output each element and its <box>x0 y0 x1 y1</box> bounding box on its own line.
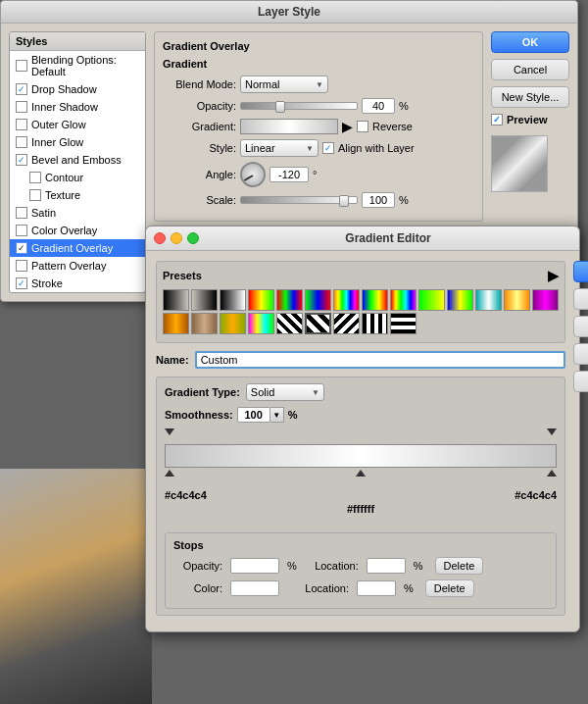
gradient-preview[interactable] <box>240 119 338 134</box>
pattern-overlay-checkbox[interactable] <box>16 260 27 272</box>
close-button[interactable] <box>154 232 166 244</box>
preset-14[interactable] <box>532 289 559 311</box>
sidebar-item-bevel-emboss[interactable]: Bevel and Emboss <box>10 151 145 169</box>
preset-16[interactable] <box>191 313 218 334</box>
preset-13[interactable] <box>504 289 530 311</box>
blending-checkbox[interactable] <box>16 60 27 72</box>
satin-checkbox[interactable] <box>16 207 27 219</box>
preset-2[interactable] <box>191 289 218 311</box>
gradient-overlay-checkbox[interactable] <box>16 242 27 254</box>
opacity-unit: % <box>399 100 409 112</box>
preset-18[interactable] <box>248 313 274 334</box>
preview-checkbox[interactable] <box>491 114 503 126</box>
sidebar-item-satin[interactable]: Satin <box>10 204 145 222</box>
sidebar-item-inner-glow[interactable]: Inner Glow <box>10 133 145 151</box>
sidebar-item-color-overlay[interactable]: Color Overlay <box>10 222 145 239</box>
preset-10[interactable] <box>418 289 445 311</box>
ge-load-button[interactable]: Load... <box>573 316 588 337</box>
drop-shadow-checkbox[interactable] <box>16 83 27 95</box>
angle-label: Angle: <box>163 169 236 180</box>
new-style-button[interactable]: New Style... <box>491 86 569 108</box>
ge-cancel-button[interactable]: Cancel <box>573 288 588 310</box>
gradient-expand-icon[interactable]: ▶ <box>342 119 353 134</box>
name-input[interactable] <box>195 351 565 369</box>
preset-22[interactable] <box>362 313 388 334</box>
color-stop-right[interactable] <box>547 470 557 477</box>
opacity-slider-track[interactable] <box>240 102 358 110</box>
ge-save-button[interactable]: Save... <box>573 343 588 365</box>
preset-4[interactable] <box>248 289 274 311</box>
stop-label-center: #ffffff <box>347 503 374 515</box>
sidebar-item-stroke[interactable]: Stroke <box>10 275 145 292</box>
color-location-input[interactable] <box>357 580 396 596</box>
opacity-input[interactable] <box>362 98 395 114</box>
sidebar-item-pattern-overlay[interactable]: Pattern Overlay <box>10 257 145 275</box>
opacity-stop-left[interactable] <box>165 428 174 440</box>
inner-glow-checkbox[interactable] <box>16 136 27 148</box>
sidebar-item-contour[interactable]: Contour <box>10 169 145 186</box>
preset-6[interactable] <box>305 289 331 311</box>
style-select[interactable]: Linear ▼ <box>240 139 318 157</box>
gradient-type-select[interactable]: Solid ▼ <box>246 383 324 401</box>
opacity-delete-button[interactable]: Delete <box>435 557 484 575</box>
preset-15[interactable] <box>163 313 189 334</box>
preset-20-selected[interactable] <box>305 313 331 334</box>
opacity-stop-row: Opacity: % Location: % Delete <box>173 557 548 575</box>
sidebar-item-outer-glow[interactable]: Outer Glow <box>10 116 145 133</box>
background-image <box>0 469 152 704</box>
preset-17[interactable] <box>220 313 246 334</box>
color-delete-button[interactable]: Delete <box>425 579 474 597</box>
presets-expand-icon[interactable]: ▶ <box>548 268 559 283</box>
align-layer-checkbox[interactable] <box>322 142 334 154</box>
angle-dial[interactable] <box>240 162 266 187</box>
scale-slider-thumb[interactable] <box>339 195 349 207</box>
preset-1[interactable] <box>163 289 189 311</box>
style-arrow: ▼ <box>306 144 314 153</box>
opacity-location-input[interactable] <box>367 558 406 574</box>
sidebar-item-inner-shadow[interactable]: Inner Shadow <box>10 98 145 116</box>
texture-checkbox[interactable] <box>29 189 41 201</box>
inner-shadow-checkbox[interactable] <box>16 101 27 113</box>
bevel-emboss-checkbox[interactable] <box>16 154 27 166</box>
outer-glow-checkbox[interactable] <box>16 119 27 130</box>
preset-9[interactable] <box>390 289 416 311</box>
scale-slider-track[interactable] <box>240 196 358 204</box>
preset-7[interactable] <box>333 289 360 311</box>
color-stop-center[interactable] <box>356 470 366 477</box>
ok-button[interactable]: OK <box>491 31 569 53</box>
preset-5[interactable] <box>276 289 303 311</box>
preset-12[interactable] <box>475 289 502 311</box>
sidebar-item-blending[interactable]: Blending Options: Default <box>10 51 145 80</box>
color-stop-left[interactable] <box>165 470 174 477</box>
smoothness-dropdown[interactable]: ▼ <box>270 407 284 423</box>
gradient-bar[interactable] <box>165 444 557 468</box>
scale-input[interactable] <box>362 192 395 208</box>
preset-11[interactable] <box>447 289 473 311</box>
color-overlay-checkbox[interactable] <box>16 225 27 236</box>
opacity-location-pct: % <box>414 560 423 572</box>
sidebar: Styles Blending Options: Default Drop Sh… <box>9 31 146 293</box>
preset-21[interactable] <box>333 313 360 334</box>
preset-8[interactable] <box>362 289 388 311</box>
preset-23[interactable] <box>390 313 416 334</box>
stroke-checkbox[interactable] <box>16 277 27 289</box>
ge-ok-button[interactable]: OK <box>573 261 588 282</box>
preset-3[interactable] <box>220 289 246 311</box>
sidebar-item-gradient-overlay[interactable]: Gradient Overlay <box>10 239 145 257</box>
opacity-stop-right[interactable] <box>547 428 557 440</box>
color-stop-input[interactable] <box>230 580 279 596</box>
sidebar-item-drop-shadow[interactable]: Drop Shadow <box>10 80 145 98</box>
preset-19[interactable] <box>276 313 303 334</box>
reverse-checkbox[interactable] <box>357 121 368 132</box>
color-stop-right-arrow <box>547 470 557 477</box>
cancel-button[interactable]: Cancel <box>491 59 569 80</box>
opacity-slider-thumb[interactable] <box>275 101 285 113</box>
opacity-stop-input[interactable] <box>230 558 279 574</box>
minimize-button[interactable] <box>171 232 182 244</box>
angle-input[interactable] <box>270 167 309 182</box>
sidebar-item-texture[interactable]: Texture <box>10 186 145 204</box>
maximize-button[interactable] <box>187 232 199 244</box>
contour-checkbox[interactable] <box>29 172 41 183</box>
ge-new-button[interactable]: New <box>573 371 588 392</box>
blend-mode-select[interactable]: Normal ▼ <box>240 75 328 93</box>
